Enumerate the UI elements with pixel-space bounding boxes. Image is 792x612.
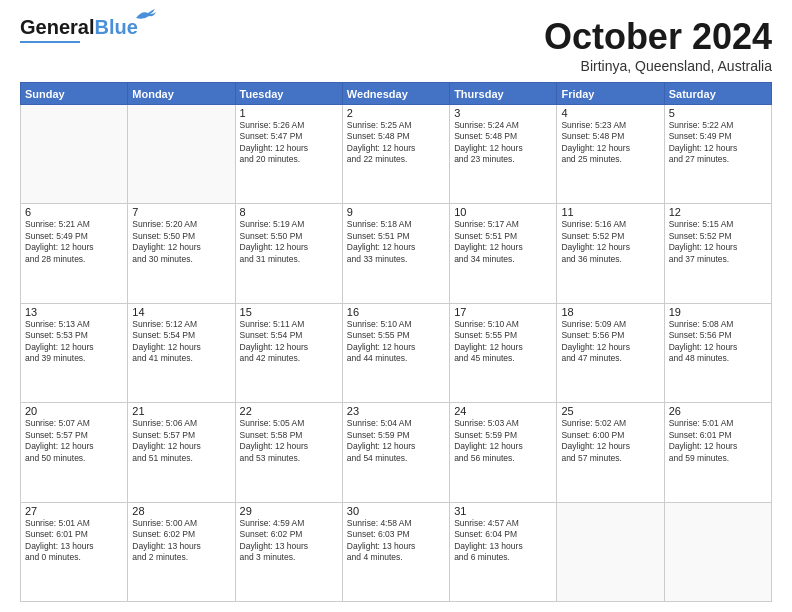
day-cell: 10Sunrise: 5:17 AMSunset: 5:51 PMDayligh… <box>450 204 557 303</box>
day-cell: 1Sunrise: 5:26 AMSunset: 5:47 PMDaylight… <box>235 105 342 204</box>
day-cell: 23Sunrise: 5:04 AMSunset: 5:59 PMDayligh… <box>342 403 449 502</box>
day-info: Sunrise: 5:20 AMSunset: 5:50 PMDaylight:… <box>132 219 230 265</box>
day-info: Sunrise: 5:12 AMSunset: 5:54 PMDaylight:… <box>132 319 230 365</box>
day-number: 27 <box>25 505 123 517</box>
logo-blue: Blue <box>94 16 137 38</box>
day-info: Sunrise: 5:01 AMSunset: 6:01 PMDaylight:… <box>25 518 123 564</box>
day-info: Sunrise: 5:10 AMSunset: 5:55 PMDaylight:… <box>454 319 552 365</box>
day-cell: 9Sunrise: 5:18 AMSunset: 5:51 PMDaylight… <box>342 204 449 303</box>
day-info: Sunrise: 5:02 AMSunset: 6:00 PMDaylight:… <box>561 418 659 464</box>
day-cell: 22Sunrise: 5:05 AMSunset: 5:58 PMDayligh… <box>235 403 342 502</box>
day-number: 19 <box>669 306 767 318</box>
col-header-monday: Monday <box>128 83 235 105</box>
day-info: Sunrise: 5:05 AMSunset: 5:58 PMDaylight:… <box>240 418 338 464</box>
day-info: Sunrise: 5:17 AMSunset: 5:51 PMDaylight:… <box>454 219 552 265</box>
day-number: 26 <box>669 405 767 417</box>
day-info: Sunrise: 5:01 AMSunset: 6:01 PMDaylight:… <box>669 418 767 464</box>
day-info: Sunrise: 5:09 AMSunset: 5:56 PMDaylight:… <box>561 319 659 365</box>
day-number: 22 <box>240 405 338 417</box>
day-cell: 21Sunrise: 5:06 AMSunset: 5:57 PMDayligh… <box>128 403 235 502</box>
week-row-4: 27Sunrise: 5:01 AMSunset: 6:01 PMDayligh… <box>21 502 772 601</box>
day-info: Sunrise: 5:16 AMSunset: 5:52 PMDaylight:… <box>561 219 659 265</box>
day-cell: 18Sunrise: 5:09 AMSunset: 5:56 PMDayligh… <box>557 303 664 402</box>
day-cell: 26Sunrise: 5:01 AMSunset: 6:01 PMDayligh… <box>664 403 771 502</box>
day-info: Sunrise: 5:03 AMSunset: 5:59 PMDaylight:… <box>454 418 552 464</box>
logo-bird-icon <box>134 8 156 22</box>
day-number: 20 <box>25 405 123 417</box>
day-number: 3 <box>454 107 552 119</box>
header-row: SundayMondayTuesdayWednesdayThursdayFrid… <box>21 83 772 105</box>
day-number: 14 <box>132 306 230 318</box>
day-info: Sunrise: 5:18 AMSunset: 5:51 PMDaylight:… <box>347 219 445 265</box>
day-info: Sunrise: 4:59 AMSunset: 6:02 PMDaylight:… <box>240 518 338 564</box>
day-cell: 19Sunrise: 5:08 AMSunset: 5:56 PMDayligh… <box>664 303 771 402</box>
day-cell: 30Sunrise: 4:58 AMSunset: 6:03 PMDayligh… <box>342 502 449 601</box>
day-cell: 13Sunrise: 5:13 AMSunset: 5:53 PMDayligh… <box>21 303 128 402</box>
day-info: Sunrise: 5:10 AMSunset: 5:55 PMDaylight:… <box>347 319 445 365</box>
day-number: 21 <box>132 405 230 417</box>
day-cell <box>128 105 235 204</box>
day-cell <box>557 502 664 601</box>
day-cell: 25Sunrise: 5:02 AMSunset: 6:00 PMDayligh… <box>557 403 664 502</box>
day-number: 17 <box>454 306 552 318</box>
week-row-0: 1Sunrise: 5:26 AMSunset: 5:47 PMDaylight… <box>21 105 772 204</box>
day-number: 4 <box>561 107 659 119</box>
day-number: 23 <box>347 405 445 417</box>
day-number: 1 <box>240 107 338 119</box>
day-cell: 28Sunrise: 5:00 AMSunset: 6:02 PMDayligh… <box>128 502 235 601</box>
day-info: Sunrise: 5:06 AMSunset: 5:57 PMDaylight:… <box>132 418 230 464</box>
day-cell: 15Sunrise: 5:11 AMSunset: 5:54 PMDayligh… <box>235 303 342 402</box>
day-info: Sunrise: 5:26 AMSunset: 5:47 PMDaylight:… <box>240 120 338 166</box>
day-cell: 31Sunrise: 4:57 AMSunset: 6:04 PMDayligh… <box>450 502 557 601</box>
day-number: 15 <box>240 306 338 318</box>
week-row-1: 6Sunrise: 5:21 AMSunset: 5:49 PMDaylight… <box>21 204 772 303</box>
day-number: 29 <box>240 505 338 517</box>
day-number: 2 <box>347 107 445 119</box>
day-cell: 24Sunrise: 5:03 AMSunset: 5:59 PMDayligh… <box>450 403 557 502</box>
day-cell: 6Sunrise: 5:21 AMSunset: 5:49 PMDaylight… <box>21 204 128 303</box>
day-info: Sunrise: 4:58 AMSunset: 6:03 PMDaylight:… <box>347 518 445 564</box>
day-number: 31 <box>454 505 552 517</box>
day-number: 28 <box>132 505 230 517</box>
day-info: Sunrise: 5:00 AMSunset: 6:02 PMDaylight:… <box>132 518 230 564</box>
day-cell: 20Sunrise: 5:07 AMSunset: 5:57 PMDayligh… <box>21 403 128 502</box>
day-cell: 4Sunrise: 5:23 AMSunset: 5:48 PMDaylight… <box>557 105 664 204</box>
day-number: 18 <box>561 306 659 318</box>
day-info: Sunrise: 4:57 AMSunset: 6:04 PMDaylight:… <box>454 518 552 564</box>
calendar-table: SundayMondayTuesdayWednesdayThursdayFrid… <box>20 82 772 602</box>
day-info: Sunrise: 5:24 AMSunset: 5:48 PMDaylight:… <box>454 120 552 166</box>
col-header-tuesday: Tuesday <box>235 83 342 105</box>
day-cell: 11Sunrise: 5:16 AMSunset: 5:52 PMDayligh… <box>557 204 664 303</box>
day-info: Sunrise: 5:04 AMSunset: 5:59 PMDaylight:… <box>347 418 445 464</box>
logo: GeneralBlue <box>20 16 138 43</box>
col-header-friday: Friday <box>557 83 664 105</box>
day-cell: 5Sunrise: 5:22 AMSunset: 5:49 PMDaylight… <box>664 105 771 204</box>
col-header-thursday: Thursday <box>450 83 557 105</box>
day-info: Sunrise: 5:22 AMSunset: 5:49 PMDaylight:… <box>669 120 767 166</box>
day-cell: 2Sunrise: 5:25 AMSunset: 5:48 PMDaylight… <box>342 105 449 204</box>
day-info: Sunrise: 5:19 AMSunset: 5:50 PMDaylight:… <box>240 219 338 265</box>
day-cell: 8Sunrise: 5:19 AMSunset: 5:50 PMDaylight… <box>235 204 342 303</box>
day-cell <box>21 105 128 204</box>
col-header-wednesday: Wednesday <box>342 83 449 105</box>
day-cell: 14Sunrise: 5:12 AMSunset: 5:54 PMDayligh… <box>128 303 235 402</box>
day-info: Sunrise: 5:08 AMSunset: 5:56 PMDaylight:… <box>669 319 767 365</box>
week-row-3: 20Sunrise: 5:07 AMSunset: 5:57 PMDayligh… <box>21 403 772 502</box>
day-info: Sunrise: 5:15 AMSunset: 5:52 PMDaylight:… <box>669 219 767 265</box>
day-number: 30 <box>347 505 445 517</box>
day-number: 13 <box>25 306 123 318</box>
day-cell: 3Sunrise: 5:24 AMSunset: 5:48 PMDaylight… <box>450 105 557 204</box>
day-cell: 27Sunrise: 5:01 AMSunset: 6:01 PMDayligh… <box>21 502 128 601</box>
day-cell: 12Sunrise: 5:15 AMSunset: 5:52 PMDayligh… <box>664 204 771 303</box>
day-cell: 17Sunrise: 5:10 AMSunset: 5:55 PMDayligh… <box>450 303 557 402</box>
day-number: 6 <box>25 206 123 218</box>
month-title: October 2024 <box>544 16 772 58</box>
day-number: 24 <box>454 405 552 417</box>
day-number: 16 <box>347 306 445 318</box>
day-number: 5 <box>669 107 767 119</box>
col-header-saturday: Saturday <box>664 83 771 105</box>
page: GeneralBlue October 2024 Birtinya, Queen… <box>0 0 792 612</box>
day-number: 7 <box>132 206 230 218</box>
day-info: Sunrise: 5:11 AMSunset: 5:54 PMDaylight:… <box>240 319 338 365</box>
week-row-2: 13Sunrise: 5:13 AMSunset: 5:53 PMDayligh… <box>21 303 772 402</box>
